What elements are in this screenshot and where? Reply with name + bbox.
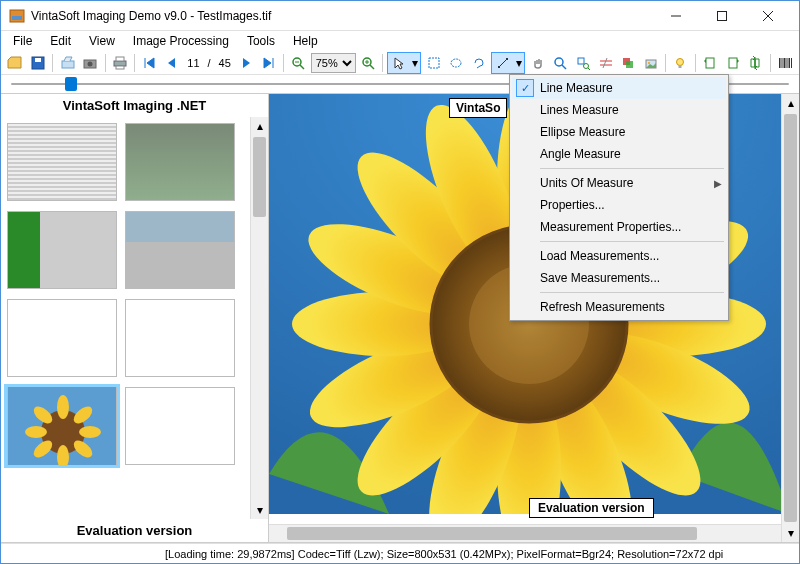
menu-file[interactable]: File (5, 32, 40, 50)
camera-icon[interactable] (80, 52, 101, 74)
close-button[interactable] (745, 1, 791, 31)
slider-thumb-icon[interactable] (65, 77, 77, 91)
svg-point-50 (57, 395, 69, 419)
menu-view[interactable]: View (81, 32, 123, 50)
menu-item-measurement-properties-[interactable]: Measurement Properties... (512, 216, 726, 238)
statusbar: [Loading time: 29,9872ms] Codec=Tiff (Lz… (1, 543, 799, 563)
menu-tools[interactable]: Tools (239, 32, 283, 50)
toolbar: 11 / 45 75% ▾ ▾ (1, 51, 799, 75)
menu-item-properties-[interactable]: Properties... (512, 194, 726, 216)
scroll-up-icon[interactable]: ▴ (782, 94, 799, 112)
thumbnail-item-selected[interactable] (7, 387, 117, 465)
hscroll-thumb[interactable] (287, 527, 697, 540)
svg-line-29 (588, 68, 590, 70)
svg-rect-7 (35, 58, 41, 62)
check-icon: ✓ (516, 79, 534, 97)
thumbnail-item[interactable] (125, 387, 235, 465)
last-page-icon[interactable] (259, 52, 280, 74)
window-title: VintaSoft Imaging Demo v9.0 - TestImages… (31, 9, 653, 23)
thumbnail-pane: VintaSoft Imaging .NET (1, 94, 269, 542)
menu-item-label: Units Of Measure (540, 176, 633, 190)
svg-point-22 (451, 59, 461, 67)
menu-item-label: Angle Measure (540, 147, 621, 161)
thumbnail-item[interactable] (7, 123, 117, 201)
hscroll[interactable] (269, 524, 781, 542)
thumb-header: VintaSoft Imaging .NET (1, 94, 268, 117)
svg-rect-12 (116, 57, 124, 61)
save-icon[interactable] (28, 52, 49, 74)
svg-point-37 (677, 58, 684, 65)
flip-icon[interactable] (745, 52, 766, 74)
svg-rect-8 (62, 61, 74, 68)
prev-page-icon[interactable] (162, 52, 183, 74)
main-vscroll[interactable]: ▴ ▾ (781, 94, 799, 542)
thumbnail-item[interactable] (7, 211, 117, 289)
menu-item-label: Lines Measure (540, 103, 619, 117)
ellipse-select-icon[interactable] (446, 52, 467, 74)
svg-point-52 (79, 426, 101, 438)
menu-item-angle-measure[interactable]: Angle Measure (512, 143, 726, 165)
svg-line-15 (300, 65, 304, 69)
print-icon[interactable] (109, 52, 130, 74)
rect-select-icon[interactable] (423, 52, 444, 74)
lasso-select-icon[interactable] (469, 52, 490, 74)
zoom-out-icon[interactable] (288, 52, 309, 74)
page-total: 45 (216, 57, 234, 69)
scroll-down-icon[interactable]: ▾ (782, 524, 799, 542)
thumbnail-item[interactable] (125, 211, 235, 289)
svg-point-24 (506, 58, 508, 60)
image-top-label: VintaSo (449, 98, 507, 118)
svg-rect-21 (429, 58, 439, 68)
menu-item-save-measurements-[interactable]: Save Measurements... (512, 267, 726, 289)
measure-tool-button[interactable]: ▾ (491, 52, 525, 74)
menu-item-label: Load Measurements... (540, 249, 659, 263)
svg-point-25 (555, 58, 563, 66)
menu-image-processing[interactable]: Image Processing (125, 32, 237, 50)
zoom-tool-icon[interactable] (550, 52, 571, 74)
thumbnail-item[interactable] (7, 299, 117, 377)
menu-item-load-measurements-[interactable]: Load Measurements... (512, 245, 726, 267)
thumbnail-item[interactable] (125, 123, 235, 201)
thumbnail-item[interactable] (125, 299, 235, 377)
rotate-right-icon[interactable] (722, 52, 743, 74)
zoom-in-icon[interactable] (358, 52, 379, 74)
overlay-icon[interactable] (618, 52, 639, 74)
zoom-select[interactable]: 75% (311, 53, 356, 73)
image-effect-icon[interactable] (640, 52, 661, 74)
menu-item-lines-measure[interactable]: Lines Measure (512, 99, 726, 121)
maximize-button[interactable] (699, 1, 745, 31)
svg-rect-3 (718, 11, 727, 20)
menu-item-label: Save Measurements... (540, 271, 660, 285)
menu-help[interactable]: Help (285, 32, 326, 50)
lightbulb-icon[interactable] (670, 52, 691, 74)
zoom-rect-icon[interactable] (573, 52, 594, 74)
barcode-icon[interactable] (774, 52, 795, 74)
open-icon[interactable] (5, 52, 26, 74)
svg-rect-1 (12, 16, 22, 20)
first-page-icon[interactable] (139, 52, 160, 74)
crop-icon[interactable] (595, 52, 616, 74)
minimize-button[interactable] (653, 1, 699, 31)
svg-rect-47 (791, 58, 792, 68)
next-page-icon[interactable] (236, 52, 257, 74)
menu-item-refresh-measurements[interactable]: Refresh Measurements (512, 296, 726, 318)
scan-icon[interactable] (57, 52, 78, 74)
page-current: 11 (184, 57, 202, 69)
svg-line-18 (370, 65, 374, 69)
menu-item-line-measure[interactable]: ✓Line Measure (512, 77, 726, 99)
svg-rect-13 (116, 66, 124, 69)
svg-rect-38 (679, 65, 682, 68)
rotate-left-icon[interactable] (700, 52, 721, 74)
menu-edit[interactable]: Edit (42, 32, 79, 50)
pointer-tool-button[interactable]: ▾ (387, 52, 421, 74)
menu-item-units-of-measure[interactable]: Units Of Measure▶ (512, 172, 726, 194)
menu-item-ellipse-measure[interactable]: Ellipse Measure (512, 121, 726, 143)
pan-icon[interactable] (527, 52, 548, 74)
scroll-down-icon[interactable]: ▾ (251, 501, 268, 519)
thumb-scrollbar[interactable]: ▴ ▾ (250, 117, 268, 519)
scrollbar-thumb[interactable] (784, 114, 797, 522)
menu-item-label: Line Measure (540, 81, 613, 95)
scrollbar-thumb[interactable] (253, 137, 266, 217)
scroll-up-icon[interactable]: ▴ (251, 117, 268, 135)
svg-rect-27 (578, 58, 584, 64)
